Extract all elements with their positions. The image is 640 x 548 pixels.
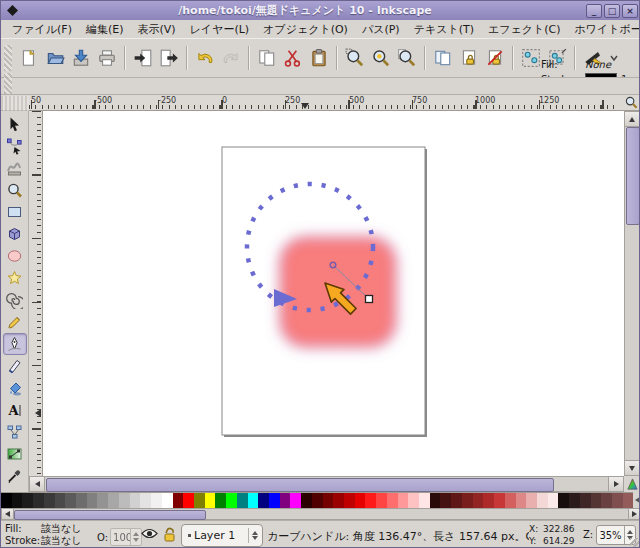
layer-lock-icon[interactable] xyxy=(162,526,177,542)
duplicate-button[interactable] xyxy=(430,44,456,72)
palette-swatch[interactable] xyxy=(344,493,355,508)
palette-swatch[interactable] xyxy=(205,493,216,508)
palette-swatch[interactable] xyxy=(97,493,108,508)
palette-swatch[interactable] xyxy=(173,493,184,508)
canvas-area[interactable] xyxy=(43,111,624,476)
palette-swatch[interactable] xyxy=(87,493,98,508)
tool-dropper[interactable] xyxy=(3,465,27,487)
menu-item-2[interactable]: 表示(V) xyxy=(131,21,183,38)
palette-swatch[interactable] xyxy=(451,493,462,508)
menu-item-5[interactable]: パス(P) xyxy=(355,21,407,38)
open-button[interactable] xyxy=(42,44,68,72)
palette-swatch[interactable] xyxy=(537,493,548,508)
palette-swatch[interactable] xyxy=(215,493,226,508)
horizontal-ruler[interactable]: 50-500-250025050075010001250 xyxy=(1,94,640,111)
palette-swatch[interactable] xyxy=(269,493,280,508)
palette-swatch[interactable] xyxy=(462,493,473,508)
scroll-right-button[interactable] xyxy=(608,477,623,491)
menu-item-3[interactable]: レイヤー(L) xyxy=(183,21,257,38)
palette-swatch[interactable] xyxy=(140,493,151,508)
palette-swatch[interactable] xyxy=(505,493,516,508)
tool-pen[interactable] xyxy=(3,333,27,355)
tool-spiral[interactable] xyxy=(3,289,27,311)
cut-button[interactable] xyxy=(280,44,306,72)
palette-swatch[interactable] xyxy=(333,493,344,508)
close-button[interactable]: × xyxy=(622,4,638,18)
palette-swatch[interactable] xyxy=(151,493,162,508)
palette-swatch[interactable] xyxy=(194,493,205,508)
horizontal-scroll-thumb[interactable] xyxy=(46,478,554,492)
palette-swatch[interactable] xyxy=(440,493,451,508)
tool-connector[interactable] xyxy=(3,421,27,443)
palette-swatch[interactable] xyxy=(365,493,376,508)
palette-swatch[interactable] xyxy=(55,493,66,508)
palette-swatch[interactable] xyxy=(76,493,87,508)
tool-star[interactable] xyxy=(3,267,27,289)
palette-swatch[interactable] xyxy=(601,493,612,508)
minimize-button[interactable]: _ xyxy=(586,4,602,18)
tool-pencil[interactable] xyxy=(3,311,27,333)
paste-button[interactable] xyxy=(306,44,332,72)
palette-swatch[interactable] xyxy=(312,493,323,508)
tool-text[interactable]: A xyxy=(3,399,27,421)
palette-swatch[interactable] xyxy=(387,493,398,508)
palette-swatch[interactable] xyxy=(248,493,259,508)
undo-button[interactable] xyxy=(192,44,218,72)
menu-item-4[interactable]: オブジェクト(O) xyxy=(256,21,355,38)
palette-scrollbar[interactable] xyxy=(1,508,640,520)
tool-selector[interactable] xyxy=(3,113,27,135)
palette-swatch[interactable] xyxy=(33,493,44,508)
print-button[interactable] xyxy=(94,44,120,72)
copy-button[interactable] xyxy=(254,44,280,72)
fill-stroke-status[interactable]: Fill:該当なし Stroke:該当なし xyxy=(5,523,81,547)
tool-gradient[interactable] xyxy=(3,443,27,465)
palette-swatch[interactable] xyxy=(569,493,580,508)
redo-button[interactable] xyxy=(218,44,244,72)
color-managed-display-icon[interactable] xyxy=(625,477,640,492)
palette-swatch[interactable] xyxy=(65,493,76,508)
palette-swatch[interactable] xyxy=(516,493,527,508)
horizontal-scrollbar[interactable] xyxy=(29,476,624,492)
palette-swatch[interactable] xyxy=(612,493,623,508)
palette-swatch[interactable] xyxy=(290,493,301,508)
palette-swatch[interactable] xyxy=(12,493,23,508)
palette-scroll-right[interactable] xyxy=(628,509,640,519)
zoom-selection-button[interactable] xyxy=(342,44,368,72)
zoom-drawing-button[interactable] xyxy=(368,44,394,72)
toolbar-grip[interactable] xyxy=(4,45,12,71)
tool-node-editor[interactable] xyxy=(3,135,27,157)
save-button[interactable] xyxy=(68,44,94,72)
palette-swatch[interactable] xyxy=(323,493,334,508)
tool-zoom[interactable] xyxy=(3,179,27,201)
tool-calligraphy[interactable] xyxy=(3,355,27,377)
palette-swatch[interactable] xyxy=(162,493,173,508)
current-layer-name[interactable]: Layer 1 xyxy=(194,529,248,542)
palette-swatch[interactable] xyxy=(44,493,55,508)
zoom-page-button[interactable] xyxy=(394,44,420,72)
fill-indicator-value[interactable]: None xyxy=(585,59,611,70)
palette-swatch[interactable] xyxy=(280,493,291,508)
maximize-button[interactable]: □ xyxy=(604,4,620,18)
palette-swatch[interactable] xyxy=(1,493,12,508)
tool-box3d[interactable] xyxy=(3,223,27,245)
menu-item-8[interactable]: ホワイトボード(B) xyxy=(568,21,640,38)
palette-swatch[interactable] xyxy=(623,493,634,508)
tool-rectangle[interactable] xyxy=(3,201,27,223)
tool-tweak[interactable] xyxy=(3,157,27,179)
palette-swatch[interactable] xyxy=(483,493,494,508)
palette-scroll-left[interactable] xyxy=(2,509,14,519)
title-bar[interactable]: /home/tokoi/無題ドキュメント 10 - Inkscape _ □ × xyxy=(1,1,640,20)
palette-swatch[interactable] xyxy=(494,493,505,508)
clone-button[interactable] xyxy=(456,44,482,72)
palette-swatch[interactable] xyxy=(419,493,430,508)
palette-swatch[interactable] xyxy=(558,493,569,508)
menu-item-7[interactable]: エフェクト(C) xyxy=(481,21,568,38)
palette-scroll-thumb[interactable] xyxy=(14,510,206,520)
scroll-down-button[interactable] xyxy=(625,460,639,475)
tool-ellipse[interactable] xyxy=(3,245,27,267)
window-resize-grip[interactable] xyxy=(630,538,640,548)
layer-selector[interactable]: Layer 1 xyxy=(181,524,263,547)
vertical-ruler[interactable] xyxy=(29,111,43,476)
palette-swatch[interactable] xyxy=(226,493,237,508)
palette-swatch[interactable] xyxy=(355,493,366,508)
